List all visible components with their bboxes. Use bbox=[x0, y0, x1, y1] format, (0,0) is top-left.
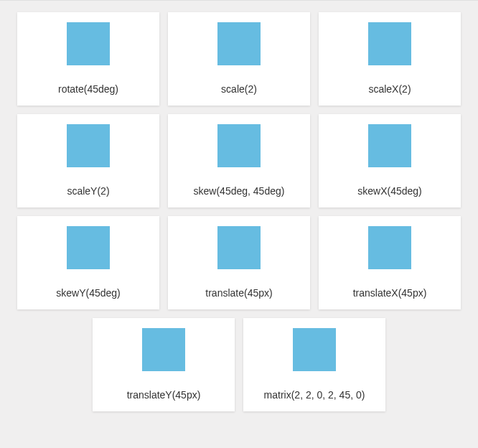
card-scaley: scaleY(2) bbox=[17, 114, 159, 207]
card-skewy: skewY(45deg) bbox=[17, 216, 159, 309]
card-label: skew(45deg, 45deg) bbox=[194, 185, 285, 197]
card-label: translateX(45px) bbox=[353, 287, 427, 299]
sample-square bbox=[368, 22, 411, 65]
sample-square bbox=[217, 226, 261, 269]
card-label: translate(45px) bbox=[205, 287, 272, 299]
transform-grid: rotate(45deg) scale(2) scaleX(2) scaleY(… bbox=[11, 12, 467, 411]
sample-square bbox=[368, 124, 411, 167]
card-translate: translate(45px) bbox=[168, 216, 310, 309]
card-label: matrix(2, 2, 0, 2, 45, 0) bbox=[264, 389, 365, 401]
sample-square bbox=[67, 22, 110, 65]
sample-square bbox=[67, 226, 110, 269]
card-label: skewY(45deg) bbox=[56, 287, 121, 299]
card-label: rotate(45deg) bbox=[58, 83, 118, 95]
card-label: scaleX(2) bbox=[368, 83, 411, 95]
card-matrix: matrix(2, 2, 0, 2, 45, 0) bbox=[243, 318, 385, 411]
card-skewx: skewX(45deg) bbox=[319, 114, 461, 207]
card-label: skewX(45deg) bbox=[357, 185, 422, 197]
card-label: translateY(45px) bbox=[127, 389, 201, 401]
sample-square bbox=[368, 226, 411, 269]
card-skew: skew(45deg, 45deg) bbox=[168, 114, 310, 207]
sample-square bbox=[67, 124, 110, 167]
sample-square bbox=[142, 328, 185, 371]
sample-square bbox=[217, 22, 261, 65]
card-scalex: scaleX(2) bbox=[319, 12, 461, 106]
card-label: scaleY(2) bbox=[67, 185, 109, 197]
card-translatey: translateY(45px) bbox=[93, 318, 235, 411]
card-label: scale(2) bbox=[221, 83, 257, 95]
sample-square bbox=[293, 328, 336, 371]
card-translatex: translateX(45px) bbox=[319, 216, 461, 309]
card-rotate: rotate(45deg) bbox=[17, 12, 159, 106]
card-scale: scale(2) bbox=[168, 12, 310, 106]
sample-square bbox=[217, 124, 261, 167]
